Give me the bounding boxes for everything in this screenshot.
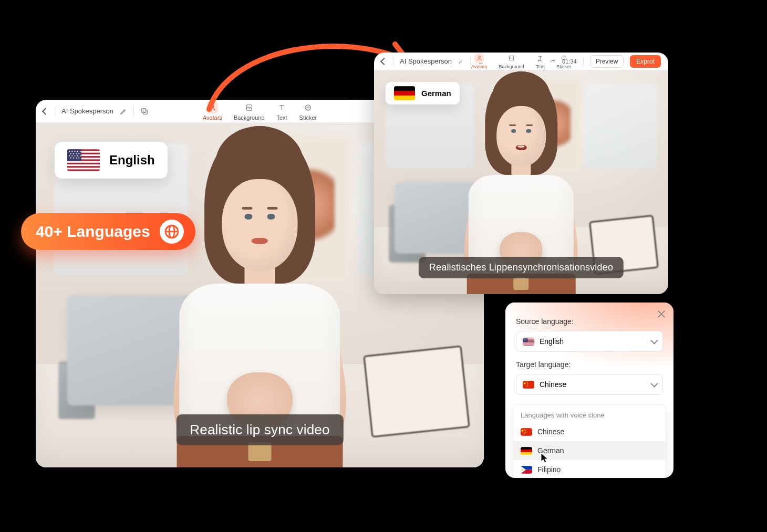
flag-de-icon (394, 86, 415, 100)
svg-point-51 (562, 56, 566, 60)
background-icon (506, 54, 516, 63)
tab-label: Background (499, 64, 524, 69)
tab-label: Background (234, 114, 265, 121)
caption-source: Realistic lip sync video (176, 414, 343, 445)
editor-panel-target: AI Spokesperson Avatars Background (374, 53, 668, 294)
tab-background[interactable]: Background (234, 102, 265, 121)
avatar-icon (474, 54, 484, 63)
flag-cn-icon (523, 381, 534, 389)
svg-point-46 (309, 107, 309, 107)
export-button[interactable]: Exprot (630, 55, 661, 68)
rename-icon[interactable] (120, 108, 127, 115)
rename-icon[interactable] (458, 58, 464, 64)
text-icon (276, 102, 288, 113)
project-title[interactable]: AI Spokesperson (61, 107, 113, 115)
preview-button[interactable]: Preview (590, 55, 624, 68)
language-badge-target: German (386, 82, 460, 105)
dropdown-option-filipino[interactable]: Filipino (513, 460, 666, 478)
svg-point-49 (478, 56, 480, 58)
tab-label: Avatars (471, 64, 487, 69)
back-icon[interactable] (380, 57, 388, 65)
language-badge-source: English (55, 142, 168, 179)
text-icon (535, 54, 545, 63)
cursor-icon (541, 453, 549, 463)
select-value: Chinese (540, 380, 566, 389)
svg-point-42 (211, 105, 214, 108)
flag-us-icon (523, 338, 534, 346)
select-value: English (540, 337, 564, 346)
divider (55, 107, 55, 116)
svg-point-44 (305, 105, 311, 110)
tab-avatars[interactable]: Avatars (203, 102, 222, 121)
caption-target: Realistisches Lippensynchronisationsvide… (419, 257, 624, 278)
flag-cn-icon (521, 428, 532, 436)
flag-us-icon (67, 149, 100, 171)
dropdown-option-chinese[interactable]: Chinese (513, 422, 666, 441)
tab-avatars[interactable]: Avatars (471, 54, 487, 69)
source-language-label: Source language: (516, 317, 663, 326)
flag-de-icon (521, 447, 532, 455)
divider (470, 57, 471, 66)
option-label: Filipino (537, 465, 561, 474)
divider (393, 57, 393, 66)
svg-rect-41 (143, 110, 147, 114)
chevron-down-icon (650, 337, 658, 345)
back-icon[interactable] (42, 107, 49, 114)
tab-label: Sticker (556, 64, 571, 69)
target-language-dropdown: Languages with voice clone Chinese Germa… (513, 404, 666, 478)
avatar-icon (206, 102, 218, 113)
languages-pill-label: 40+ Languages (36, 223, 150, 241)
divider (583, 57, 584, 66)
option-label: Chinese (537, 427, 564, 436)
target-language-select[interactable]: Chinese (516, 374, 663, 395)
tab-sticker[interactable]: Sticker (556, 54, 571, 69)
layers-icon[interactable] (140, 107, 149, 116)
language-picker-panel: Source language: English Target language… (505, 302, 673, 478)
background-icon (243, 102, 255, 113)
tab-text[interactable]: Text (276, 102, 288, 121)
svg-point-45 (307, 107, 307, 107)
divider (133, 107, 134, 116)
canvas-target[interactable]: German Realistisches Lippensynchronisati… (374, 70, 668, 294)
languages-pill: 40+ Languages (21, 213, 195, 250)
dropdown-group-title: Languages with voice clone (513, 405, 666, 422)
svg-rect-40 (142, 108, 146, 112)
sticker-icon (559, 54, 568, 63)
globe-icon (160, 220, 184, 244)
tab-text[interactable]: Text (535, 54, 545, 69)
tab-label: Text (536, 64, 545, 69)
dropdown-option-german[interactable]: German (513, 441, 666, 460)
source-language-select[interactable]: English (516, 331, 663, 352)
chevron-down-icon (650, 380, 658, 388)
tab-sticker[interactable]: Sticker (299, 102, 317, 121)
tab-label: Text (277, 114, 287, 121)
project-title[interactable]: AI Spokesperson (400, 57, 452, 65)
language-badge-label: English (109, 153, 155, 168)
tab-label: Avatars (203, 114, 222, 121)
tab-label: Sticker (299, 114, 317, 121)
sticker-icon (302, 102, 314, 113)
tab-background[interactable]: Background (499, 54, 524, 69)
toolbar-target: AI Spokesperson Avatars Background (374, 53, 668, 70)
language-badge-label: German (421, 89, 451, 98)
flag-ph-icon (521, 466, 532, 474)
target-language-label: Target language: (516, 360, 663, 369)
